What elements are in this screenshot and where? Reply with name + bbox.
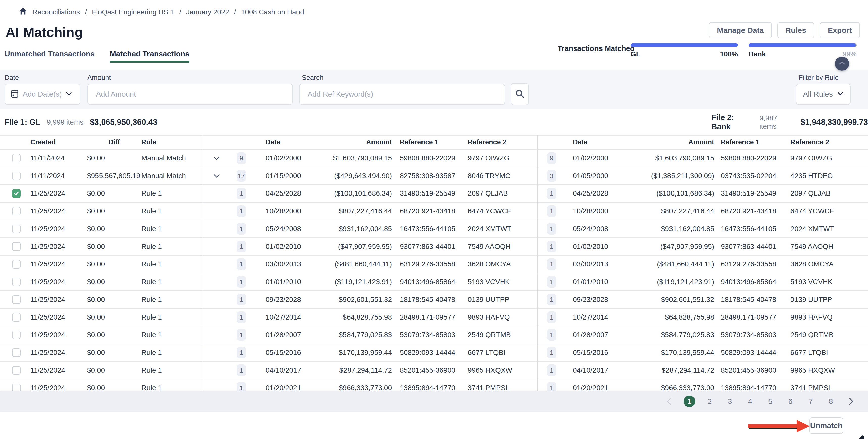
row-diff: $0.00 — [87, 366, 142, 374]
file1-reference-2: 2549 QRTMB — [468, 331, 521, 339]
file2-count-cell: 1 — [547, 188, 556, 199]
file2-amount: ($119,121,423.91) — [622, 278, 714, 286]
file1-reference-1: 94013:496-85864 — [400, 278, 453, 286]
unmatch-button[interactable]: Unmatch — [809, 417, 843, 434]
search-box — [299, 84, 505, 105]
home-icon[interactable] — [19, 6, 27, 18]
file1-reference-1: 53079:734-85803 — [400, 331, 453, 339]
header-file2-reference-1: Reference 1 — [721, 138, 774, 146]
tab-unmatched-transactions[interactable]: Unmatched Transactions — [4, 50, 95, 63]
search-button[interactable] — [510, 83, 529, 105]
rule-filter-dropdown[interactable]: All Rules — [796, 84, 850, 105]
export-button[interactable]: Export — [820, 22, 860, 38]
row-diff: $0.00 — [87, 260, 142, 268]
file1-reference-1: 31490:519-25549 — [400, 189, 453, 197]
row-diff: $0.00 — [87, 349, 142, 357]
rules-button[interactable]: Rules — [777, 22, 814, 38]
pagination-page-6[interactable]: 6 — [785, 396, 796, 407]
file1-count-cell: 1 — [237, 382, 246, 391]
pagination-page-8[interactable]: 8 — [825, 396, 837, 407]
row-checkbox[interactable] — [12, 260, 21, 269]
file1-reference-2: 2097 QLJAB — [468, 189, 521, 197]
file2-count-badge: 1 — [547, 294, 556, 305]
table-row: 11/25/2024$0.00Rule 1103/30/2013($481,66… — [0, 256, 868, 273]
row-checkbox[interactable] — [12, 331, 21, 339]
cursor-icon — [858, 435, 865, 439]
file1-reference-1: 13895:894-14770 — [400, 384, 453, 391]
breadcrumb-item[interactable]: January 2022 — [186, 8, 229, 16]
pagination-next-icon[interactable] — [845, 396, 857, 407]
row-diff: $0.00 — [87, 278, 142, 286]
row-checkbox[interactable] — [12, 384, 21, 391]
file1-amount: $931,162,004.85 — [315, 225, 392, 233]
file2-reference-2: 5193 VCVHK — [790, 278, 843, 286]
row-checkbox[interactable] — [12, 348, 21, 357]
file2-count-badge: 9 — [547, 152, 556, 164]
pagination-prev-icon[interactable] — [663, 396, 675, 407]
row-diff: $0.00 — [87, 154, 142, 162]
pagination-page-7[interactable]: 7 — [805, 396, 816, 407]
file2-date: 10/27/2014 — [573, 313, 622, 321]
row-created: 11/25/2024 — [30, 384, 87, 391]
chevron-up-icon — [839, 61, 845, 66]
file1-reference-2: 9797 OIWZG — [468, 154, 521, 162]
collapse-panel-button[interactable] — [835, 57, 849, 71]
date-filter-dropdown[interactable]: Add Date(s) — [4, 84, 80, 105]
row-checkbox[interactable] — [12, 154, 21, 162]
expand-chevron-icon[interactable] — [213, 174, 221, 178]
breadcrumb-item[interactable]: Reconciliations — [32, 8, 80, 16]
row-diff: $0.00 — [87, 313, 142, 321]
file1-amount: ($47,907,959.95) — [315, 243, 392, 251]
table-row: 11/11/2024$955,567,805.19Manual Match170… — [0, 167, 868, 185]
pagination-page-5[interactable]: 5 — [765, 396, 776, 407]
row-checkbox[interactable] — [12, 366, 21, 375]
file1-summary: File 1: GL 9,999 items $3,065,950,360.43 — [4, 109, 157, 135]
file2-count-cell: 1 — [547, 206, 556, 217]
file2-reference-1: 53079:734-85803 — [721, 331, 774, 339]
row-checkbox[interactable] — [12, 171, 21, 180]
breadcrumb-item[interactable]: 1008 Cash on Hand — [241, 8, 304, 16]
row-checkbox[interactable] — [12, 242, 21, 251]
file2-reference-1: 93077:863-44401 — [721, 243, 774, 251]
row-checkbox[interactable] — [12, 224, 21, 233]
manage-data-button[interactable]: Manage Data — [709, 22, 772, 38]
row-rule: Rule 1 — [142, 366, 199, 374]
pagination-page-1[interactable]: 1 — [684, 396, 695, 407]
file2-amount: $966,333,773.00 — [622, 384, 714, 391]
row-checkbox[interactable] — [12, 313, 21, 321]
row-diff: $0.00 — [87, 243, 142, 251]
file2-count-cell: 3 — [547, 170, 556, 182]
row-checkbox[interactable] — [12, 278, 21, 286]
table-row: 11/25/2024$0.00Rule 1101/20/2021$966,333… — [0, 379, 868, 391]
gl-progress-bar — [630, 43, 738, 47]
expand-chevron-icon[interactable] — [213, 156, 221, 160]
table-row: 11/11/2024$0.00Manual Match901/02/2000$1… — [0, 150, 868, 167]
file1-reference-2: 6677 LTQBI — [468, 349, 521, 357]
row-rule: Rule 1 — [142, 278, 199, 286]
filter-by-rule-label: Filter by Rule — [799, 74, 839, 82]
file1-reference-1: 50829:093-14444 — [400, 349, 453, 357]
top-actions: Manage Data Rules Export — [709, 22, 860, 38]
row-checkbox[interactable] — [12, 207, 21, 216]
row-rule: Manual Match — [142, 172, 199, 180]
breadcrumb-item[interactable]: FloQast Engineering US 1 — [92, 8, 174, 16]
tab-matched-transactions[interactable]: Matched Transactions — [110, 50, 189, 63]
file1-reference-2: 2024 XMTWT — [468, 225, 521, 233]
amount-filter-box — [87, 84, 293, 105]
file2-reference-1: 03743:535-02204 — [721, 172, 774, 180]
table-row: 11/25/2024$0.00Rule 1105/24/2008$931,162… — [0, 220, 868, 238]
search-input[interactable] — [308, 90, 496, 98]
file2-count-badge: 1 — [547, 329, 556, 341]
row-checkbox[interactable] — [12, 295, 21, 304]
table-row: 11/25/2024$0.00Rule 1101/28/2007$584,779… — [0, 326, 868, 344]
row-diff: $0.00 — [87, 207, 142, 215]
file2-count-badge: 1 — [547, 311, 556, 323]
pagination-page-2[interactable]: 2 — [704, 396, 715, 407]
file1-amount: $902,601,551.32 — [315, 295, 392, 304]
file1-count-badge: 1 — [237, 241, 246, 252]
pagination-page-4[interactable]: 4 — [744, 396, 756, 407]
pagination-page-3[interactable]: 3 — [724, 396, 736, 407]
row-created: 11/25/2024 — [30, 313, 87, 321]
row-checkbox[interactable] — [12, 189, 21, 198]
amount-input[interactable] — [96, 90, 284, 98]
